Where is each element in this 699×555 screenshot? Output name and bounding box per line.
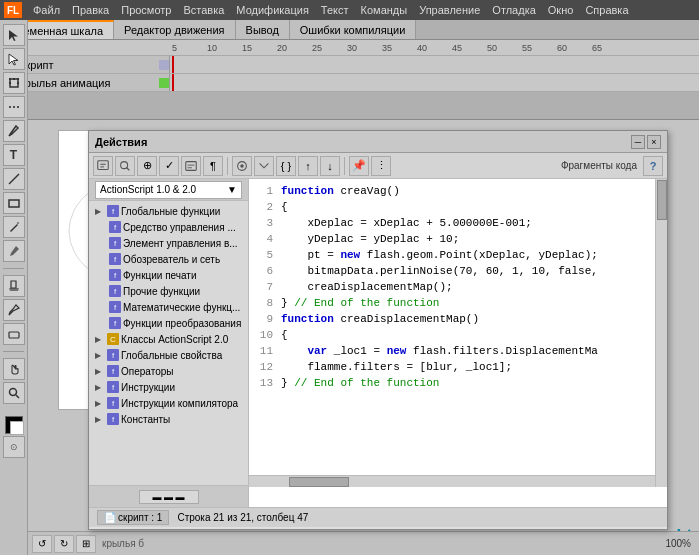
more-options-btn[interactable]: ⋮ xyxy=(371,156,391,176)
menu-view[interactable]: Просмотр xyxy=(116,2,176,18)
vertical-scrollbar[interactable] xyxy=(655,179,667,487)
tree-item-other[interactable]: f Прочие функции xyxy=(91,283,246,299)
menu-edit[interactable]: Правка xyxy=(67,2,114,18)
toolbar-sep1 xyxy=(227,157,228,175)
svg-rect-1 xyxy=(9,78,11,80)
timeline-ruler: 5 10 15 20 25 30 35 40 45 50 55 60 65 xyxy=(0,40,699,56)
brush-tool[interactable] xyxy=(3,240,25,262)
insert-target-btn[interactable]: ⊕ xyxy=(137,156,157,176)
ruler-mark: 25 xyxy=(310,43,345,53)
tree-item-constants[interactable]: ▶ f Константы xyxy=(91,411,246,427)
ruler-mark: 20 xyxy=(275,43,310,53)
tab-output[interactable]: Вывод xyxy=(236,20,290,39)
ruler-mark: 10 xyxy=(205,43,240,53)
rect-tool[interactable] xyxy=(3,192,25,214)
horizontal-scrollbar[interactable] xyxy=(249,475,655,487)
code-line-10: 10 { xyxy=(253,327,653,343)
fill-color[interactable] xyxy=(10,421,24,435)
paint-bucket-tool[interactable] xyxy=(3,275,25,297)
menu-modify[interactable]: Модификация xyxy=(231,2,314,18)
tree-item-conversion[interactable]: f Функции преобразования xyxy=(91,315,246,331)
stroke-color[interactable] xyxy=(5,416,23,434)
tree-item-printing[interactable]: f Функции печати xyxy=(91,267,246,283)
find-btn[interactable] xyxy=(115,156,135,176)
menu-commands[interactable]: Команды xyxy=(356,2,413,18)
code-area[interactable]: 1 function creaVag() 2 { 3 xDeplac = xDe… xyxy=(249,179,667,507)
status-script-tab[interactable]: 📄 скрипт : 1 xyxy=(97,510,169,525)
menu-debug[interactable]: Отладка xyxy=(487,2,540,18)
menu-file[interactable]: Файл xyxy=(28,2,65,18)
panel-controls: ─ × xyxy=(631,135,661,149)
scrollbar-thumb[interactable] xyxy=(657,180,667,220)
rotate-ccw-btn[interactable]: ↻ xyxy=(54,535,74,553)
collapse-expand-btn[interactable] xyxy=(254,156,274,176)
expand-arrow-icon: ▶ xyxy=(95,399,105,408)
selection-tool[interactable] xyxy=(3,24,25,46)
subselection-tool[interactable] xyxy=(3,48,25,70)
tree-item-element[interactable]: f Элемент управления в... xyxy=(91,235,246,251)
tree-item-statements[interactable]: ▶ f Инструкции xyxy=(91,379,246,395)
track-area-wings[interactable] xyxy=(170,74,699,91)
zoom-tool[interactable] xyxy=(3,382,25,404)
tree-item-operators[interactable]: ▶ f Операторы xyxy=(91,363,246,379)
rotate-cw-btn[interactable]: ↺ xyxy=(32,535,52,553)
timeline-tracks: скрипт крылья анимация xyxy=(0,56,699,92)
menu-insert[interactable]: Вставка xyxy=(178,2,229,18)
menu-text[interactable]: Текст xyxy=(316,2,354,18)
free-transform-tool[interactable] xyxy=(3,72,25,94)
tree-item-icon: f xyxy=(109,221,121,233)
debug-options-btn[interactable] xyxy=(232,156,252,176)
tree-item-label: Инструкции компилятора xyxy=(121,398,238,409)
show-hidden-btn[interactable]: ¶ xyxy=(203,156,223,176)
actionscript-version-dropdown[interactable]: ActionScript 1.0 & 2.0 ▼ xyxy=(95,181,242,199)
tree-item-global-functions[interactable]: ▶ f Глобальные функции xyxy=(91,203,246,219)
hscroll-thumb[interactable] xyxy=(289,477,349,487)
tab-motion-editor[interactable]: Редактор движения xyxy=(114,20,235,39)
tree-item-control[interactable]: f Средство управления ... xyxy=(91,219,246,235)
export-script-btn[interactable]: ↓ xyxy=(320,156,340,176)
tree-item-compiler[interactable]: ▶ f Инструкции компилятора xyxy=(91,395,246,411)
snap-to-objects[interactable]: ⊙ xyxy=(3,436,25,458)
import-script-btn[interactable]: ↑ xyxy=(298,156,318,176)
track-area-script[interactable] xyxy=(170,56,699,73)
menu-help[interactable]: Справка xyxy=(580,2,633,18)
eyedropper-tool[interactable] xyxy=(3,299,25,321)
svg-rect-5 xyxy=(17,82,19,84)
hand-tool[interactable] xyxy=(3,358,25,380)
panel-collapse-btn[interactable]: ─ xyxy=(631,135,645,149)
track-color-script xyxy=(159,60,169,70)
apply-block-btn[interactable]: { } xyxy=(276,156,296,176)
tree-item-browser[interactable]: f Обозреватель и сеть xyxy=(91,251,246,267)
panel-close-btn[interactable]: × xyxy=(647,135,661,149)
help-btn[interactable]: ? xyxy=(643,156,663,176)
pencil-tool[interactable] xyxy=(3,216,25,238)
tree-item-classes[interactable]: ▶ C Классы ActionScript 2.0 xyxy=(91,331,246,347)
tree-item-icon: f xyxy=(107,413,119,425)
code-line-7: 7 creaDisplacementMap(); xyxy=(253,279,653,295)
snap-btn[interactable]: ⊞ xyxy=(76,535,96,553)
svg-point-27 xyxy=(240,164,244,168)
tree-item-properties[interactable]: ▶ f Глобальные свойства xyxy=(91,347,246,363)
lasso-tool[interactable]: ⋯ xyxy=(3,96,25,118)
line-tool[interactable] xyxy=(3,168,25,190)
toolbar-sep2 xyxy=(344,157,345,175)
tree-bottom-btn[interactable]: ▬ ▬ ▬ xyxy=(139,490,199,504)
pin-btn[interactable]: 📌 xyxy=(349,156,369,176)
pen-tool[interactable] xyxy=(3,120,25,142)
tab-compile-errors[interactable]: Ошибки компиляции xyxy=(290,20,417,39)
menu-window[interactable]: Окно xyxy=(543,2,579,18)
panel-status-bar: 📄 скрипт : 1 Строка 21 из 21, столбец 47 xyxy=(89,507,667,527)
track-name-wings: крылья анимация xyxy=(20,77,110,89)
auto-format-btn[interactable] xyxy=(181,156,201,176)
tree-item-icon: f xyxy=(109,253,121,265)
tree-item-math[interactable]: f Математические функц... xyxy=(91,299,246,315)
tree-item-icon: f xyxy=(109,269,121,281)
tree-item-label: Глобальные функции xyxy=(121,206,220,217)
expand-arrow-icon: ▶ xyxy=(95,367,105,376)
eraser-tool[interactable] xyxy=(3,323,25,345)
check-syntax-btn[interactable]: ✓ xyxy=(159,156,179,176)
menu-control[interactable]: Управление xyxy=(414,2,485,18)
text-tool[interactable]: T xyxy=(3,144,25,166)
code-line-8: 8 } // End of the function xyxy=(253,295,653,311)
add-script-btn[interactable] xyxy=(93,156,113,176)
